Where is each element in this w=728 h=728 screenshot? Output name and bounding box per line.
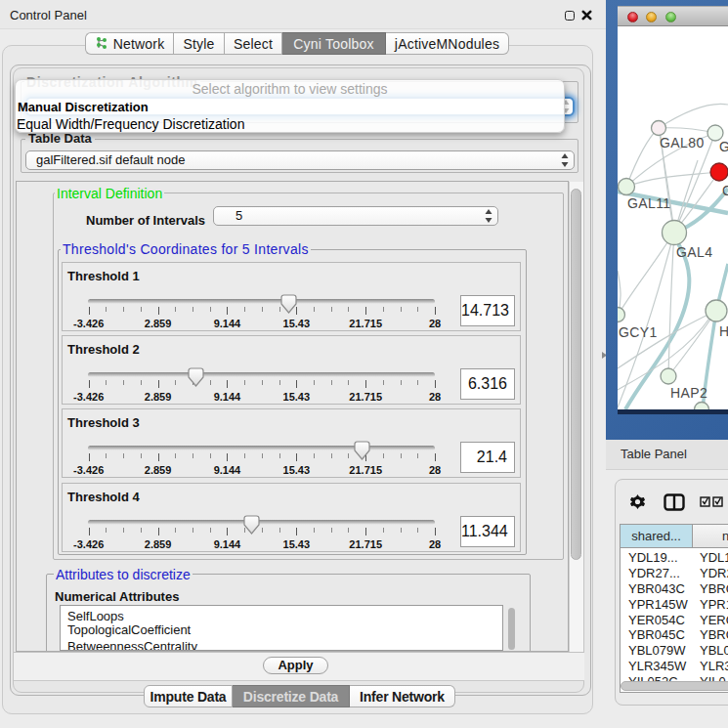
svg-text:GAL4: GAL4 xyxy=(676,244,712,260)
svg-text:C: C xyxy=(722,183,728,198)
svg-text:GAL80: GAL80 xyxy=(660,135,705,150)
svg-text:HAP2: HAP2 xyxy=(670,385,707,401)
svg-text:GCY1: GCY1 xyxy=(619,324,658,340)
svg-text:G.: G. xyxy=(719,139,728,154)
svg-text:GAL11: GAL11 xyxy=(627,195,671,211)
svg-text:H: H xyxy=(719,323,728,339)
